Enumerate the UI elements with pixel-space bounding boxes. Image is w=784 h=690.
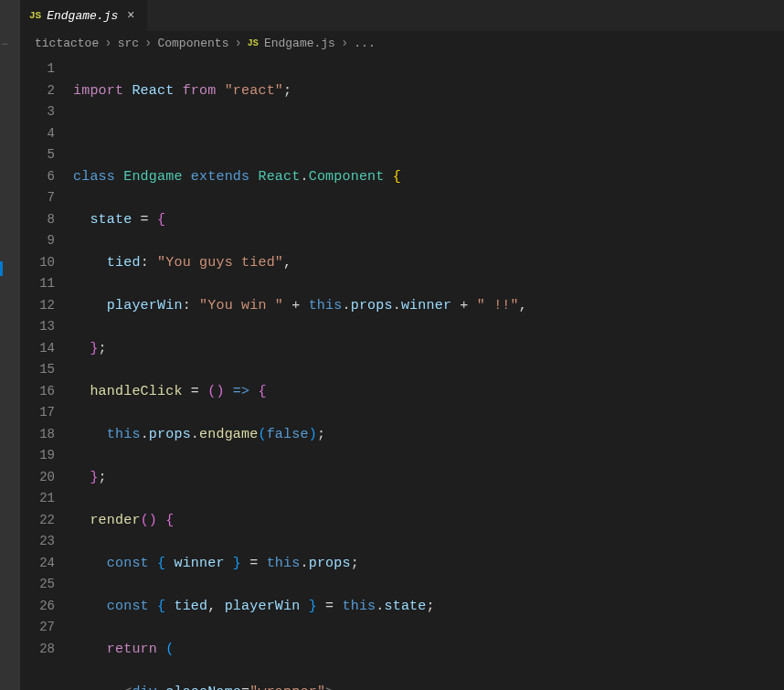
line-number: 18 [20,424,55,446]
line-number: 23 [20,531,55,553]
line-number: 6 [20,166,55,188]
tab-title: Endgame.js [47,9,118,23]
line-number: 5 [20,144,55,166]
breadcrumb-tail[interactable]: ... [354,37,375,50]
line-number: 13 [20,316,55,338]
line-number: 20 [20,467,55,489]
close-icon[interactable]: × [123,8,138,23]
line-number: 27 [20,617,55,639]
activity-bar: … [0,0,20,690]
breadcrumb-item[interactable]: Components [157,37,228,50]
line-number: 26 [20,596,55,618]
line-number: 8 [20,209,55,231]
code-content[interactable]: import React from "react"; class Endgame… [73,55,784,690]
line-number: 22 [20,510,55,532]
line-number: 3 [20,101,55,123]
line-number: 2 [20,80,55,102]
tab-endgame-js[interactable]: JS Endgame.js × [20,0,148,31]
line-number: 24 [20,553,55,575]
editor-main: JS Endgame.js × tictactoe › src › Compon… [20,0,784,690]
line-number: 4 [20,123,55,145]
line-number: 16 [20,381,55,403]
js-icon: JS [248,38,259,48]
line-number: 28 [20,639,55,661]
line-number: 1 [20,58,55,80]
activity-ellipsis: … [0,37,16,48]
js-icon: JS [29,10,41,21]
line-number: 14 [20,338,55,360]
breadcrumb-item[interactable]: tictactoe [35,37,99,50]
line-number: 10 [20,252,55,274]
line-number: 12 [20,295,55,317]
line-number: 7 [20,187,55,209]
chevron-right-icon: › [234,36,241,50]
breadcrumb-item[interactable]: src [118,37,139,50]
line-number: 9 [20,230,55,252]
chevron-right-icon: › [104,36,111,50]
breadcrumb[interactable]: tictactoe › src › Components › JS Endgam… [20,31,784,55]
activity-indicator [0,261,3,276]
chevron-right-icon: › [341,36,348,50]
line-number: 11 [20,273,55,295]
line-number: 25 [20,574,55,596]
line-number: 17 [20,402,55,424]
line-gutter: 1 2 3 4 5 6 7 8 9 10 11 12 13 14 15 16 1… [20,55,73,690]
line-number: 15 [20,359,55,381]
line-number: 21 [20,488,55,510]
code-editor[interactable]: 1 2 3 4 5 6 7 8 9 10 11 12 13 14 15 16 1… [20,55,784,690]
line-number: 19 [20,445,55,467]
tab-bar: JS Endgame.js × [20,0,784,31]
breadcrumb-file[interactable]: Endgame.js [264,37,335,50]
chevron-right-icon: › [144,36,152,50]
